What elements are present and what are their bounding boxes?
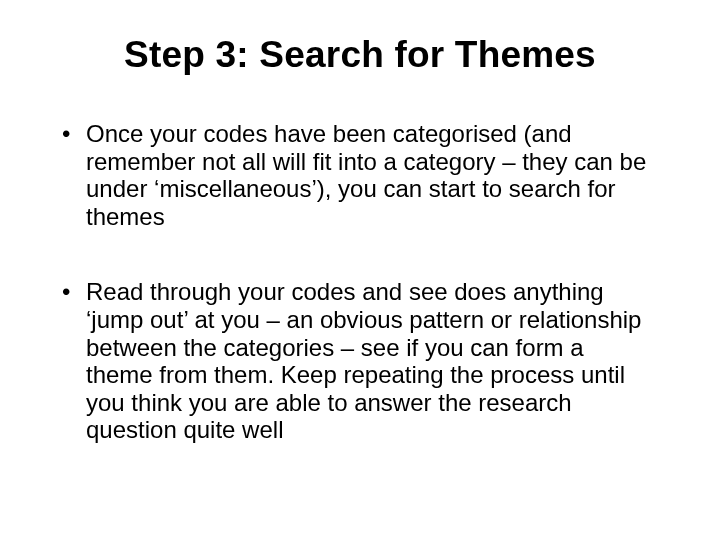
slide: Step 3: Search for Themes Once your code…: [0, 0, 720, 540]
list-item: Read through your codes and see does any…: [86, 278, 660, 444]
list-item: Once your codes have been categorised (a…: [86, 120, 660, 230]
page-title: Step 3: Search for Themes: [60, 34, 660, 76]
bullet-list: Once your codes have been categorised (a…: [60, 120, 660, 444]
